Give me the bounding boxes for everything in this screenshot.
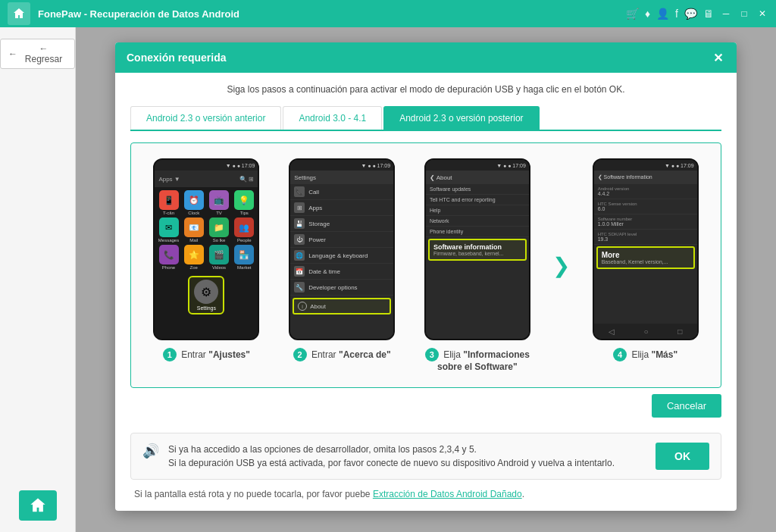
settings-item-date: 📅 Date & time bbox=[290, 264, 393, 280]
software-info-subtitle: Firmware, baseband, kernel... bbox=[433, 251, 521, 256]
step-2-label: 2 Entrar "Acerca de" bbox=[293, 348, 391, 361]
more-subtitle: Baseband, Kernel version,... bbox=[602, 259, 690, 264]
tab-bar: Android 2.3 o versión anterior Android 3… bbox=[130, 106, 721, 131]
about-item-htc: Tell HTC and error reporting bbox=[426, 195, 529, 205]
modal-instruction: Siga los pasos a continuación para activ… bbox=[130, 84, 721, 95]
language-icon: 🌐 bbox=[294, 250, 305, 261]
sidebar: ← ← Regresar bbox=[0, 27, 76, 532]
settings-item-power: ⏻ Power bbox=[290, 232, 393, 248]
minimize-button[interactable]: ─ bbox=[720, 8, 732, 20]
person-icon[interactable]: 👤 bbox=[656, 8, 669, 20]
next-arrow[interactable]: ❯ bbox=[549, 253, 574, 278]
app-title: FonePaw - Recuperación de Datos Android bbox=[38, 8, 626, 20]
statusbar-2: ▼ ● ● 17:09 bbox=[290, 160, 393, 171]
sidebar-bottom bbox=[19, 490, 57, 521]
call-icon: 📞 bbox=[294, 186, 305, 197]
step-3: ▼ ● ● 17:09 ❮ About Software updates Tel… bbox=[414, 158, 542, 372]
modal-close-button[interactable]: ✕ bbox=[710, 50, 725, 65]
step-1: ▼ ● ● 17:09 Apps ▼ 🔍 ⊞ bbox=[142, 158, 271, 361]
software-info-highlight: Software information Firmware, baseband,… bbox=[428, 239, 527, 261]
back-arrow-icon: ← bbox=[8, 49, 17, 59]
close-button[interactable]: ✕ bbox=[756, 8, 768, 20]
software-info-title: Software information bbox=[433, 243, 521, 251]
phone-mockup-2: ▼ ● ● 17:09 Settings 📞 Call ⊞ bbox=[289, 158, 395, 340]
step-1-num: 1 bbox=[163, 348, 177, 361]
about-header: ❮ About bbox=[426, 171, 529, 184]
damaged-data-link[interactable]: Extracción de Datos Android Dañado bbox=[373, 489, 522, 499]
notice-line-1: Si ya ha accedido a las opciones de desa… bbox=[168, 443, 646, 456]
modal-body: Siga los pasos a continuación para activ… bbox=[115, 73, 737, 511]
about-highlight: i About bbox=[293, 298, 391, 315]
content-area: Conexión requerida ✕ Siga los pasos a co… bbox=[76, 27, 776, 532]
phone-mockup-3: ▼ ● ● 17:09 ❮ About Software updates Tel… bbox=[424, 158, 530, 340]
sinfo-item-software-num: Software number 1.0.0 Miller bbox=[594, 214, 697, 230]
modal-title: Conexión requerida bbox=[127, 52, 226, 64]
back-label: ← Regresar bbox=[20, 43, 67, 64]
phone-screen-4: ▼ ● ● 17:09 ❮ Software information Andro… bbox=[594, 160, 697, 339]
settings-item-language: 🌐 Language & keyboard bbox=[290, 248, 393, 264]
modal-footer: Cancelar bbox=[130, 388, 721, 421]
about-item-network: Network bbox=[426, 216, 529, 227]
modal-header: Conexión requerida ✕ bbox=[115, 42, 737, 73]
step-4-num: 4 bbox=[613, 348, 627, 361]
phone-screen-2: ▼ ● ● 17:09 Settings 📞 Call ⊞ bbox=[290, 160, 393, 339]
about-item-help: Help bbox=[426, 205, 529, 216]
statusbar-4: ▼ ● ● 17:09 bbox=[594, 160, 697, 171]
home-button[interactable] bbox=[8, 2, 30, 25]
ok-button[interactable]: OK bbox=[656, 443, 709, 470]
sinfo-item-sdk: HTC SDK/API level 19.3 bbox=[594, 230, 697, 245]
title-bar-icons: 🛒 ♦ 👤 f 💬 🖥 ─ □ ✕ bbox=[626, 8, 768, 20]
notice-text: Si ya ha accedido a las opciones de desa… bbox=[168, 443, 646, 470]
back-button[interactable]: ← ← Regresar bbox=[0, 39, 75, 69]
cancel-button[interactable]: Cancelar bbox=[652, 394, 721, 418]
statusbar-3: ▼ ● ● 17:09 bbox=[426, 160, 529, 171]
facebook-icon[interactable]: f bbox=[675, 8, 678, 20]
info-icon: i bbox=[298, 302, 307, 311]
step-4-label: 4 Elija "Más" bbox=[613, 348, 677, 361]
chat-icon[interactable]: 💬 bbox=[684, 8, 697, 20]
settings-label: Settings bbox=[197, 305, 216, 311]
modal-dialog: Conexión requerida ✕ Siga los pasos a co… bbox=[115, 42, 737, 511]
sinfo-item-htc-sense: HTC Sense version 6.0 bbox=[594, 199, 697, 214]
phone-mockup-4: ▼ ● ● 17:09 ❮ Software information Andro… bbox=[593, 158, 699, 340]
settings-header: Settings bbox=[290, 171, 393, 184]
about-item-phone: Phone identity bbox=[426, 227, 529, 237]
phone-screen-3: ▼ ● ● 17:09 ❮ About Software updates Tel… bbox=[426, 160, 529, 339]
notice-line-2: Si la depuración USB ya está activada, p… bbox=[168, 456, 646, 470]
step-4: ▼ ● ● 17:09 ❮ Software information Andro… bbox=[581, 158, 709, 361]
phone-nav-bar: ◁ ○ □ bbox=[594, 324, 697, 339]
power-icon: ⏻ bbox=[294, 234, 305, 245]
apps-icon: ⊞ bbox=[294, 202, 305, 213]
title-bar: FonePaw - Recuperación de Datos Android … bbox=[0, 0, 776, 27]
phone-screen-1: ▼ ● ● 17:09 Apps ▼ 🔍 ⊞ bbox=[155, 160, 258, 339]
tab-android-23-earlier[interactable]: Android 2.3 o versión anterior bbox=[130, 106, 281, 130]
apps-header: Apps ▼ 🔍 ⊞ bbox=[155, 171, 258, 187]
settings-item-storage: 💾 Storage bbox=[290, 216, 393, 232]
step-1-label: 1 Entrar "Ajustes" bbox=[163, 348, 250, 361]
home-btn-sidebar[interactable] bbox=[19, 490, 57, 521]
more-title: More bbox=[602, 251, 690, 259]
info-notice: 🔊 Si ya ha accedido a las opciones de de… bbox=[130, 433, 721, 480]
monitor-icon[interactable]: 🖥 bbox=[703, 8, 714, 20]
bottom-text: Si la pantalla está rota y no puede toca… bbox=[130, 489, 721, 499]
software-info-header: ❮ Software information bbox=[594, 171, 697, 184]
modal-overlay: Conexión requerida ✕ Siga los pasos a co… bbox=[76, 27, 776, 532]
more-highlight: More Baseband, Kernel version,... bbox=[596, 246, 695, 269]
maximize-button[interactable]: □ bbox=[738, 8, 750, 20]
cart-icon[interactable]: 🛒 bbox=[626, 8, 639, 20]
step-2-num: 2 bbox=[293, 348, 307, 361]
settings-item-apps: ⊞ Apps bbox=[290, 200, 393, 216]
storage-icon: 💾 bbox=[294, 218, 305, 229]
tab-android-30-41[interactable]: Android 3.0 - 4.1 bbox=[283, 106, 382, 130]
tab-android-23-later[interactable]: Android 2.3 o versión posterior bbox=[383, 106, 539, 130]
statusbar-1: ▼ ● ● 17:09 bbox=[155, 160, 258, 171]
main-layout: ← ← Regresar Conexión requerida ✕ bbox=[0, 27, 776, 532]
steps-container: ▼ ● ● 17:09 Apps ▼ 🔍 ⊞ bbox=[130, 142, 721, 388]
bottom-text-prefix: Si la pantalla está rota y no puede toca… bbox=[134, 489, 373, 499]
about-item-updates: Software updates bbox=[426, 184, 529, 195]
sinfo-item-android: Android version 4.4.2 bbox=[594, 184, 697, 199]
settings-item-developer: 🔧 Developer options bbox=[290, 280, 393, 296]
step-3-label: 3 Elija "Informaciones sobre el Software… bbox=[424, 348, 530, 372]
diamond-icon[interactable]: ♦ bbox=[645, 8, 650, 20]
step-3-num: 3 bbox=[425, 348, 439, 361]
